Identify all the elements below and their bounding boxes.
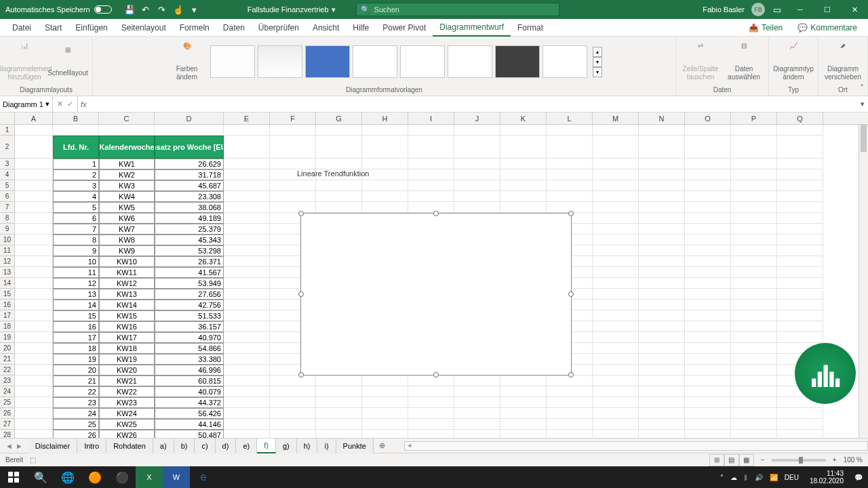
cell-E6[interactable]: [224, 191, 270, 202]
cell-H25[interactable]: [362, 397, 408, 408]
cell-P27[interactable]: [731, 419, 777, 430]
cell-M7[interactable]: [593, 202, 639, 213]
cell-E5[interactable]: [224, 180, 270, 191]
cell-E28[interactable]: [224, 430, 270, 438]
sheet-tab-e[interactable]: e): [236, 439, 257, 453]
cell-O28[interactable]: [685, 430, 731, 438]
cell-K2[interactable]: [500, 136, 547, 159]
row-header-11[interactable]: 11: [0, 245, 14, 256]
cell-L25[interactable]: [547, 397, 593, 408]
cell-D7[interactable]: 38.068: [155, 202, 224, 213]
cell-Q10[interactable]: [777, 235, 823, 245]
cell-K3[interactable]: [500, 159, 547, 169]
volume-icon[interactable]: 🔊: [755, 474, 763, 481]
cell-N13[interactable]: [639, 267, 685, 278]
search-box[interactable]: 🔍 Suchen: [356, 3, 559, 16]
cell-A23[interactable]: [15, 375, 53, 386]
resize-handle[interactable]: [298, 291, 304, 297]
cell-F24[interactable]: [270, 386, 316, 397]
cell-G25[interactable]: [316, 397, 362, 408]
cell-Q1[interactable]: [777, 125, 823, 136]
cell-B13[interactable]: 11: [53, 267, 99, 278]
cell-O12[interactable]: [685, 256, 731, 267]
resize-handle[interactable]: [568, 372, 574, 378]
change-colors-button[interactable]: 🎨Farben ändern: [167, 42, 208, 81]
cell-M16[interactable]: [593, 300, 639, 310]
cell-J26[interactable]: [454, 408, 500, 419]
cell-F2[interactable]: [270, 136, 316, 159]
cell-N19[interactable]: [639, 332, 685, 343]
resize-handle[interactable]: [568, 291, 574, 297]
fx-icon[interactable]: fx: [78, 100, 90, 108]
cell-Q9[interactable]: [777, 224, 823, 235]
col-header-I[interactable]: I: [408, 113, 454, 124]
cell-H28[interactable]: [362, 430, 408, 438]
cell-N6[interactable]: [639, 191, 685, 202]
cell-G7[interactable]: [316, 202, 362, 213]
cell-O18[interactable]: [685, 321, 731, 332]
cell-A17[interactable]: [15, 310, 53, 321]
cell-Q13[interactable]: [777, 267, 823, 278]
chart-style-1[interactable]: [210, 45, 255, 78]
cell-A8[interactable]: [15, 213, 53, 224]
cell-D26[interactable]: 56.426: [155, 408, 224, 419]
cell-C24[interactable]: KW22: [99, 386, 155, 397]
cell-B20[interactable]: 18: [53, 343, 99, 354]
cell-Q3[interactable]: [777, 159, 823, 169]
sheet-tab-b[interactable]: b): [174, 439, 195, 453]
cell-B9[interactable]: 7: [53, 224, 99, 235]
row-header-14[interactable]: 14: [0, 278, 14, 289]
chart-style-6[interactable]: [448, 45, 492, 78]
col-header-M[interactable]: M: [593, 113, 639, 124]
cell-I5[interactable]: [408, 180, 454, 191]
cell-A24[interactable]: [15, 386, 53, 397]
row-header-27[interactable]: 27: [0, 419, 14, 430]
cell-M26[interactable]: [593, 408, 639, 419]
col-header-J[interactable]: J: [454, 113, 500, 124]
task-edge[interactable]: e: [190, 466, 217, 488]
cell-G24[interactable]: [316, 386, 362, 397]
cell-E16[interactable]: [224, 300, 270, 310]
cell-G3[interactable]: [316, 159, 362, 169]
row-header-10[interactable]: 10: [0, 235, 14, 245]
cell-P6[interactable]: [731, 191, 777, 202]
cell-B4[interactable]: 2: [53, 169, 99, 180]
cell-L27[interactable]: [547, 419, 593, 430]
cell-B2[interactable]: Lfd. Nr.: [53, 136, 99, 159]
search-icon[interactable]: 🔍: [27, 466, 54, 488]
cell-Q7[interactable]: [777, 202, 823, 213]
cell-A27[interactable]: [15, 419, 53, 430]
col-header-P[interactable]: P: [731, 113, 777, 124]
cell-C21[interactable]: KW19: [99, 354, 155, 365]
tab-überprüfen[interactable]: Überprüfen: [252, 19, 306, 37]
cell-C11[interactable]: KW9: [99, 245, 155, 256]
cell-O1[interactable]: [685, 125, 731, 136]
cell-O8[interactable]: [685, 213, 731, 224]
cell-N20[interactable]: [639, 343, 685, 354]
cell-I4[interactable]: [408, 169, 454, 180]
cell-C18[interactable]: KW16: [99, 321, 155, 332]
cell-Q16[interactable]: [777, 300, 823, 310]
cell-B23[interactable]: 21: [53, 375, 99, 386]
cell-A22[interactable]: [15, 365, 53, 375]
cell-O7[interactable]: [685, 202, 731, 213]
col-header-G[interactable]: G: [316, 113, 362, 124]
cell-N26[interactable]: [639, 408, 685, 419]
cell-A11[interactable]: [15, 245, 53, 256]
row-header-9[interactable]: 9: [0, 224, 14, 235]
cell-N5[interactable]: [639, 180, 685, 191]
cell-O13[interactable]: [685, 267, 731, 278]
cell-E26[interactable]: [224, 408, 270, 419]
cell-C28[interactable]: KW26: [99, 430, 155, 438]
cell-J25[interactable]: [454, 397, 500, 408]
cell-E18[interactable]: [224, 321, 270, 332]
cell-M19[interactable]: [593, 332, 639, 343]
cell-E27[interactable]: [224, 419, 270, 430]
cell-D20[interactable]: 54.866: [155, 343, 224, 354]
row-header-3[interactable]: 3: [0, 159, 14, 169]
cell-Q15[interactable]: [777, 289, 823, 300]
cell-C25[interactable]: KW23: [99, 397, 155, 408]
cell-B22[interactable]: 20: [53, 365, 99, 375]
cell-H6[interactable]: [362, 191, 408, 202]
cell-D16[interactable]: 42.756: [155, 300, 224, 310]
